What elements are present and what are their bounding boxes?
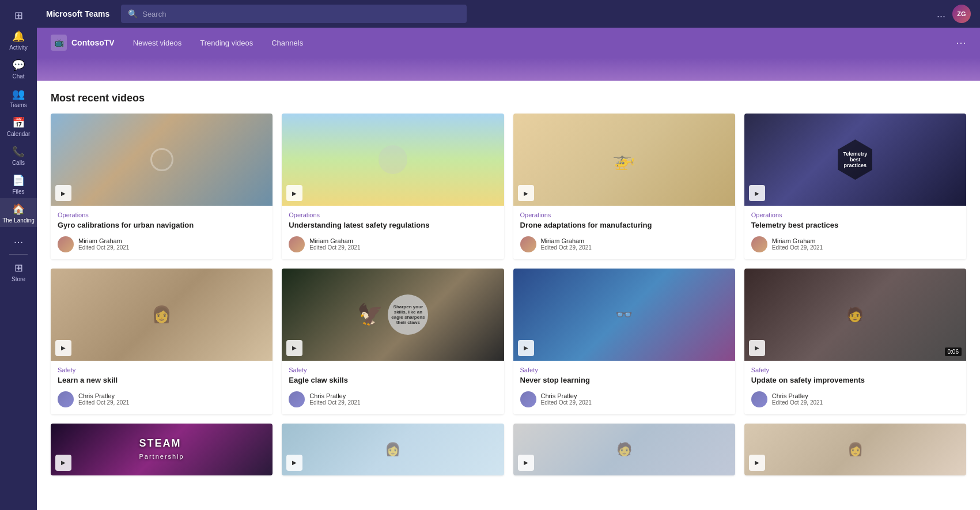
video-card-v3[interactable]: 🚁 ▶ Operations Drone adaptations for man…	[513, 114, 735, 259]
video-card-v1[interactable]: ▶ Operations Gyro calibrations for urban…	[51, 114, 273, 259]
nav-newest-videos[interactable]: Newest videos	[133, 36, 182, 50]
video-card-v4[interactable]: Telemetrybestpractices ▶ Operations Tele…	[744, 114, 966, 259]
video-author-v8: Chris Pratley Edited Oct 29, 2021	[751, 391, 959, 407]
play-button-v4[interactable]: ▶	[749, 185, 765, 201]
sidebar-label-calendar: Calendar	[7, 131, 31, 137]
sidebar-label-teams: Teams	[10, 102, 27, 108]
search-input[interactable]	[142, 10, 460, 18]
author-avatar-v6	[289, 391, 305, 407]
play-button-v12[interactable]: ▶	[749, 455, 765, 471]
sidebar-item-chat[interactable]: 💬 Chat	[0, 54, 37, 83]
author-date-v4: Edited Oct 29, 2021	[772, 244, 823, 251]
section-title: Most recent videos	[51, 92, 966, 104]
author-avatar-v5	[58, 391, 74, 407]
video-author-v3: Miriam Graham Edited Oct 29, 2021	[520, 236, 728, 252]
video-category-v7: Safety	[520, 367, 728, 373]
video-thumbnail-v9: STEAMPartnership ▶	[51, 424, 273, 475]
sidebar-item-the-landing[interactable]: 🏠 The Landing	[0, 198, 37, 227]
main-content-area: Microsoft Teams 🔍 ... ZG 📺 ContosoTV New…	[37, 0, 980, 510]
author-avatar-v8	[751, 391, 767, 407]
nav-trending-videos[interactable]: Trending videos	[200, 36, 253, 50]
play-button-v9[interactable]: ▶	[55, 455, 71, 471]
play-button-v10[interactable]: ▶	[286, 455, 302, 471]
chat-icon: 💬	[12, 59, 25, 71]
video-grid-row1: ▶ Operations Gyro calibrations for urban…	[51, 114, 966, 259]
app-header: 📺 ContosoTV Newest videos Trending video…	[37, 28, 980, 58]
content-area: Most recent videos ▶ Operations Gyro cal…	[37, 81, 980, 510]
video-card-v9[interactable]: STEAMPartnership ▶	[51, 424, 273, 475]
author-name-v8: Chris Pratley	[772, 392, 823, 399]
author-avatar-v3	[520, 236, 536, 252]
play-button-v8[interactable]: ▶	[749, 340, 765, 356]
video-thumbnail-v6: 🦅 Sharpen your skills, like an eagle sha…	[282, 269, 504, 361]
sidebar-item-activity[interactable]: 🔔 Activity	[0, 25, 37, 54]
nav-channels[interactable]: Channels	[271, 36, 303, 50]
user-avatar[interactable]: ZG	[952, 5, 971, 23]
sidebar-item-files[interactable]: 📄 Files	[0, 169, 37, 198]
files-icon: 📄	[12, 174, 25, 187]
contosotv-logo-icon: 📺	[51, 35, 67, 51]
author-name-v6: Chris Pratley	[309, 392, 360, 399]
video-category-v3: Operations	[520, 211, 728, 218]
video-meta-v8: Safety Update on safety improvements Chr…	[744, 361, 966, 414]
author-avatar-v1	[58, 236, 74, 252]
titlebar-right: ... ZG	[937, 5, 971, 23]
more-apps-icon: ...	[14, 233, 24, 245]
sidebar-nav: ⊞ 🔔 Activity 💬 Chat 👥 Teams 📅 Calendar 📞…	[0, 5, 37, 286]
video-category-v5: Safety	[58, 367, 266, 373]
video-title-v2: Understanding latest safety regulations	[289, 221, 497, 231]
author-date-v8: Edited Oct 29, 2021	[772, 399, 823, 406]
video-card-v5[interactable]: 👩 ▶ Safety Learn a new skill Chris Pratl…	[51, 269, 273, 414]
video-grid-row3: STEAMPartnership ▶ 👩 ▶ 🧑	[51, 424, 966, 475]
video-title-v6: Eagle claw skills	[289, 376, 497, 386]
author-name-v5: Chris Pratley	[78, 392, 129, 399]
video-thumbnail-v3: 🚁 ▶	[513, 114, 735, 206]
video-title-v7: Never stop learning	[520, 376, 728, 386]
app-logo[interactable]: 📺 ContosoTV	[51, 35, 115, 51]
video-author-v4: Miriam Graham Edited Oct 29, 2021	[751, 236, 959, 252]
play-button-v7[interactable]: ▶	[518, 340, 534, 356]
play-button-v1[interactable]: ▶	[55, 185, 71, 201]
video-category-v1: Operations	[58, 211, 266, 218]
author-date-v2: Edited Oct 29, 2021	[309, 244, 360, 251]
more-options-button[interactable]: ...	[937, 8, 945, 20]
video-card-v2[interactable]: ▶ Operations Understanding latest safety…	[282, 114, 504, 259]
sidebar: ⊞ 🔔 Activity 💬 Chat 👥 Teams 📅 Calendar 📞…	[0, 0, 37, 510]
video-card-v6[interactable]: 🦅 Sharpen your skills, like an eagle sha…	[282, 269, 504, 414]
video-card-v10[interactable]: 👩 ▶	[282, 424, 504, 475]
video-category-v8: Safety	[751, 367, 959, 373]
sidebar-item-teams[interactable]: 👥 Teams	[0, 83, 37, 112]
sidebar-item-store[interactable]: ⊞ Store	[0, 257, 37, 286]
play-button-v2[interactable]: ▶	[286, 185, 302, 201]
play-button-v3[interactable]: ▶	[518, 185, 534, 201]
app-header-more-button[interactable]: ⋯	[956, 36, 966, 49]
video-card-v11[interactable]: 🧑 ▶	[513, 424, 735, 475]
video-meta-v1: Operations Gyro calibrations for urban n…	[51, 206, 273, 259]
play-button-v5[interactable]: ▶	[55, 340, 71, 356]
video-category-v2: Operations	[289, 211, 497, 218]
contosotv-label: ContosoTV	[71, 38, 115, 47]
video-title-v3: Drone adaptations for manufacturing	[520, 221, 728, 231]
sidebar-label-activity: Activity	[9, 44, 28, 51]
search-bar[interactable]: 🔍	[121, 5, 467, 23]
sidebar-more-button[interactable]: ...	[0, 227, 37, 252]
sidebar-label-calls: Calls	[12, 160, 25, 166]
video-card-v8[interactable]: 🧑 ▶ 0:06 Safety Update on safety improve…	[744, 269, 966, 414]
sidebar-label-landing: The Landing	[2, 217, 35, 224]
play-button-v11[interactable]: ▶	[518, 455, 534, 471]
author-name-v1: Miriam Graham	[78, 237, 129, 244]
play-button-v6[interactable]: ▶	[286, 340, 302, 356]
video-thumbnail-v2: ▶	[282, 114, 504, 206]
video-thumbnail-v11: 🧑 ▶	[513, 424, 735, 475]
video-card-v7[interactable]: 👓 ▶ Safety Never stop learning Chris Pra…	[513, 269, 735, 414]
video-title-v4: Telemetry best practices	[751, 221, 959, 231]
video-meta-v4: Operations Telemetry best practices Miri…	[744, 206, 966, 259]
video-author-v7: Chris Pratley Edited Oct 29, 2021	[520, 391, 728, 407]
sidebar-grid-icon[interactable]: ⊞	[0, 5, 37, 25]
video-thumbnail-v12: 👩 ▶	[744, 424, 966, 475]
video-author-v1: Miriam Graham Edited Oct 29, 2021	[58, 236, 266, 252]
sidebar-item-calendar[interactable]: 📅 Calendar	[0, 112, 37, 141]
video-card-v12[interactable]: 👩 ▶	[744, 424, 966, 475]
video-thumbnail-v10: 👩 ▶	[282, 424, 504, 475]
sidebar-item-calls[interactable]: 📞 Calls	[0, 141, 37, 169]
